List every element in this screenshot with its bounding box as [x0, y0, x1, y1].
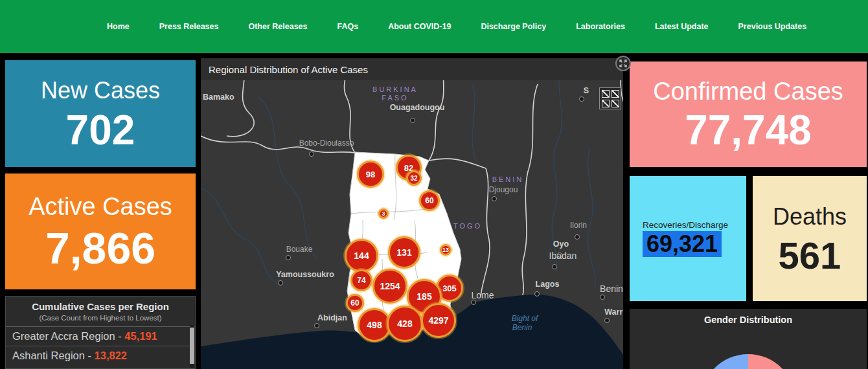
city-dot — [314, 323, 319, 328]
map-label: Lagos — [536, 280, 560, 289]
active-cases-value: 7,866 — [45, 226, 155, 270]
city-dot — [534, 291, 540, 296]
new-cases-card: New Cases 702 — [5, 60, 196, 167]
nav-item-home[interactable]: Home — [107, 22, 130, 31]
map-label: Bamako — [203, 93, 234, 102]
city-dot — [552, 264, 557, 269]
recoveries-card: Recoveries/Discharge 69,321 — [630, 176, 746, 301]
new-cases-label: New Cases — [41, 77, 160, 104]
case-bubble[interactable]: 60 — [419, 190, 440, 211]
map-label: BENIN — [492, 175, 524, 183]
map-panel[interactable]: Regional Distribution of Active Cases Ba… — [201, 58, 623, 369]
city-dot — [604, 318, 610, 323]
case-bubble[interactable]: 3 — [378, 208, 389, 219]
city-dot — [471, 300, 476, 305]
map-label: Warri — [604, 308, 623, 317]
basemap-tile-icon — [611, 90, 619, 98]
city-dot — [309, 151, 314, 157]
case-bubble[interactable]: 13 — [440, 244, 451, 256]
map-label: TOGO — [453, 222, 482, 230]
map-label: Yamoussoukro — [276, 270, 334, 279]
region-panel-title: Cumulative Cases per Region — [6, 301, 195, 312]
scrollbar-thumb[interactable] — [190, 328, 194, 364]
case-bubble[interactable]: 144 — [345, 239, 378, 273]
deaths-card: Deaths 561 — [753, 176, 867, 301]
region-panel: Cumulative Cases per Region (Case Count … — [5, 296, 196, 369]
case-bubble[interactable]: 428 — [387, 306, 423, 342]
nav-item-discharge-policy[interactable]: Discharge Policy — [481, 22, 546, 31]
gender-title: Gender Distribution — [630, 315, 867, 325]
case-bubble[interactable]: 74 — [350, 269, 372, 291]
map-label: S — [584, 86, 589, 95]
basemap-grid-icon[interactable] — [599, 87, 621, 109]
city-dot — [575, 234, 580, 240]
region-value: 13,822 — [95, 350, 127, 361]
nav-item-latest-update[interactable]: Latest Update — [655, 22, 709, 31]
city-dot — [492, 196, 497, 201]
confirmed-cases-value: 77,748 — [685, 109, 812, 151]
case-bubble[interactable]: 1254 — [372, 269, 407, 304]
city-dot — [278, 280, 283, 285]
map-label: Ilorin — [570, 221, 587, 230]
city-dot — [410, 118, 415, 123]
four-arrows-glyph — [619, 59, 628, 68]
map-label: Lome — [471, 290, 494, 300]
region-name: Ashanti Region - — [12, 350, 95, 361]
confirmed-cases-card: Confirmed Cases 77,748 — [630, 62, 867, 167]
region-scrollbar[interactable] — [190, 325, 194, 368]
region-name: Greater Accra Region - — [12, 330, 124, 342]
expand-icon[interactable] — [615, 56, 631, 71]
map-label: Benin — [512, 323, 532, 332]
nav-item-press-releases[interactable]: Press Releases — [159, 22, 219, 31]
case-bubble[interactable]: 60 — [346, 294, 364, 312]
active-cases-label: Active Cases — [29, 193, 172, 221]
region-panel-subtitle: (Case Count from Highest to Lowest) — [6, 314, 195, 322]
case-bubble[interactable]: 4297 — [421, 303, 456, 338]
map-label: BURKINA — [372, 85, 418, 93]
map-label: Oyo — [553, 240, 569, 249]
map-titlebar: Regional Distribution of Active Cases — [201, 58, 623, 80]
recoveries-value[interactable]: 69,321 — [643, 231, 722, 257]
case-bubble[interactable]: 98 — [357, 161, 384, 188]
region-row: Ashanti Region - 13,822 — [6, 346, 195, 365]
map-label: Djougou — [489, 185, 518, 194]
gender-pie-chart[interactable] — [701, 354, 795, 369]
city-dot — [286, 255, 291, 260]
map-label: Ouagadougou — [390, 103, 445, 112]
nav-item-faqs[interactable]: FAQs — [337, 22, 359, 31]
case-bubble[interactable]: 131 — [388, 236, 420, 269]
recoveries-label: Recoveries/Discharge — [643, 220, 728, 230]
nav-item-other-releases[interactable]: Other Releases — [248, 22, 307, 31]
map-label: FASO — [382, 94, 408, 102]
nav-item-previous-updates[interactable]: Previous Updates — [738, 22, 807, 31]
map-label: Ibadan — [549, 251, 577, 261]
map-label: Benin — [600, 284, 623, 294]
case-bubble[interactable]: 32 — [406, 170, 422, 186]
nav-item-laboratories[interactable]: Laboratories — [576, 22, 625, 31]
dashboard: HomePress ReleasesOther ReleasesFAQsAbou… — [0, 0, 868, 369]
basemap-tile-icon — [602, 90, 610, 98]
region-list: Greater Accra Region - 45,191Ashanti Reg… — [6, 326, 195, 365]
confirmed-cases-label: Confirmed Cases — [653, 78, 843, 106]
map-label: Bight of — [512, 314, 538, 323]
region-value: 45,191 — [124, 330, 157, 342]
gender-panel: Gender Distribution — [630, 309, 867, 369]
basemap-tile-icon — [602, 100, 610, 107]
map-label: Bobo-Dioulasso — [299, 139, 354, 148]
nav-item-about-covid-19[interactable]: About COVID-19 — [388, 22, 451, 31]
active-cases-card: Active Cases 7,866 — [5, 173, 196, 289]
region-row: Greater Accra Region - 45,191 — [6, 326, 195, 346]
map-label: Abidjan — [317, 313, 347, 322]
map-label: Bouake — [286, 245, 313, 254]
new-cases-value: 702 — [66, 109, 135, 151]
city-dot — [579, 96, 584, 102]
nav-menu: HomePress ReleasesOther ReleasesFAQsAbou… — [0, 0, 868, 53]
basemap-tile-icon — [611, 100, 619, 107]
city-dot — [600, 295, 605, 300]
deaths-label: Deaths — [773, 203, 847, 230]
deaths-value: 561 — [779, 237, 841, 274]
map-title: Regional Distribution of Active Cases — [201, 64, 368, 75]
